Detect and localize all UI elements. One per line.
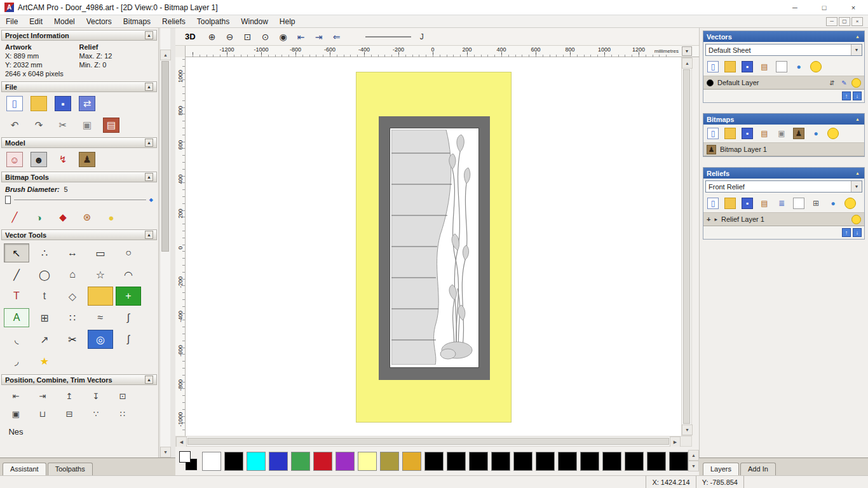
delete-vector-layer-icon[interactable]: ● [793, 61, 804, 72]
create-ellipse-tool[interactable]: ◯ [32, 265, 57, 284]
dropdown-arrow-icon[interactable]: ▼ [851, 181, 862, 192]
delete-bitmap-layer-icon[interactable]: ● [810, 128, 822, 139]
import-vectors-icon[interactable]: ▤ [759, 61, 770, 72]
align-right-icon[interactable]: ⇥ [31, 388, 55, 403]
layer-color-swatch[interactable] [707, 79, 714, 86]
slider-track[interactable] [14, 200, 146, 200]
colour-set-icon[interactable]: ● [103, 210, 119, 225]
collapse-section-icon[interactable]: ▲ [145, 376, 153, 384]
delete-relief-layer-icon[interactable]: ● [827, 198, 839, 209]
tab-assistant[interactable]: Assistant [3, 463, 46, 475]
copy-icon[interactable]: ▣ [79, 118, 95, 133]
paste-along-curve-icon[interactable]: ∵ [84, 406, 108, 421]
fit-arcs-tool[interactable]: ≈ [88, 308, 113, 327]
palette-swatch[interactable] [580, 452, 599, 471]
new-sheet-icon[interactable] [776, 61, 787, 72]
new-vector-layer-icon[interactable]: ▯ [707, 61, 719, 72]
select-vectors-tool[interactable]: ↖ [4, 243, 29, 262]
align-left-icon[interactable]: ⇤ [4, 388, 28, 403]
collapse-section-icon[interactable]: ▲ [145, 173, 153, 181]
brush-diameter-slider[interactable]: ◆ [0, 194, 158, 207]
move-relief-down-icon[interactable]: ↓ [853, 228, 862, 237]
palette-swatch[interactable] [536, 452, 555, 471]
center-in-page-icon[interactable]: ▣ [4, 406, 28, 421]
collapse-panel-icon[interactable]: ▲ [854, 117, 861, 121]
copy-relief-icon[interactable] [793, 198, 804, 209]
palette-swatch[interactable] [424, 452, 444, 471]
sheet-select[interactable]: Default Sheet ▼ [705, 44, 862, 56]
text-abc-tool[interactable]: A [4, 308, 29, 327]
collapse-section-icon[interactable]: ▲ [145, 83, 153, 91]
palette-swatch[interactable] [291, 452, 310, 471]
palette-swatch[interactable] [669, 452, 688, 471]
palette-swatch[interactable] [469, 452, 488, 471]
cut-icon[interactable]: ✂ [55, 118, 71, 133]
weld-vectors-icon[interactable]: ⊔ [31, 406, 55, 421]
menu-edit[interactable]: Edit [24, 16, 48, 27]
redo-icon[interactable]: ↷ [31, 118, 47, 133]
align-center-icon[interactable]: ⊡ [111, 388, 135, 403]
scroll-down-icon[interactable]: ▼ [688, 461, 699, 471]
edit-layer-icon[interactable]: ✎ [839, 78, 849, 88]
fillet-arcs-tool[interactable]: ◞ [4, 351, 29, 370]
canvas-horizontal-scrollbar[interactable]: ◀ ▶ [175, 436, 692, 447]
export-model-icon[interactable]: ⇄ [79, 96, 95, 111]
new-bitmap-layer-icon[interactable]: ▯ [707, 128, 719, 139]
previous-view-icon[interactable]: ⇤ [294, 30, 308, 44]
copy-bitmap-icon[interactable]: ▣ [776, 128, 787, 139]
menu-vectors[interactable]: Vectors [81, 16, 118, 27]
curve-style-icon[interactable]: J [420, 32, 424, 41]
new-model-icon[interactable]: ▯ [6, 96, 23, 111]
snap-back-icon[interactable]: ⇐ [330, 30, 344, 44]
paste-icon[interactable]: ▤ [103, 118, 119, 133]
palette-swatch[interactable] [380, 452, 399, 471]
menu-reliefs[interactable]: Reliefs [156, 16, 191, 27]
zoom-window-icon[interactable]: ⊡ [241, 30, 255, 44]
arc-segment-tool[interactable]: ◟ [4, 330, 29, 349]
palette-swatch[interactable] [647, 452, 666, 471]
relief-stack-icon[interactable]: ≣ [776, 198, 787, 209]
tab-add-in[interactable]: Add In [740, 463, 776, 475]
create-polyline-tool[interactable]: ╱ [4, 265, 29, 284]
collapse-panel-icon[interactable]: ▲ [854, 34, 861, 39]
colour-palette-icon[interactable]: ⊛ [79, 210, 95, 225]
relief-preview-icon[interactable]: ☺ [6, 152, 23, 167]
zoom-objects-icon[interactable]: ⊙ [259, 30, 273, 44]
palette-swatch[interactable] [513, 452, 532, 471]
align-bottom-icon[interactable]: ↧ [84, 388, 108, 403]
close-button[interactable]: × [839, 0, 868, 15]
free-polyline-tool[interactable]: ʃ [116, 330, 141, 349]
relief-grid-icon[interactable]: ⊞ [810, 198, 822, 209]
block-copy-tool[interactable]: ∷ [60, 308, 85, 327]
nest-vectors-button[interactable]: Nes [4, 424, 28, 439]
slider-thumb[interactable] [5, 196, 11, 204]
toggle-all-reliefs-icon[interactable] [844, 198, 856, 209]
mdi-restore-button[interactable]: ▢ [839, 17, 850, 26]
assistant-scrollbar[interactable]: ▲ ▼ [159, 28, 170, 458]
save-vectors-icon[interactable]: ▪ [742, 61, 753, 72]
create-polygon-tool[interactable]: ⌂ [60, 265, 85, 284]
palette-swatch[interactable] [491, 452, 510, 471]
relief-layer-row[interactable]: + ▸ Relief Layer 1 [703, 212, 864, 226]
measure-tool[interactable] [88, 287, 113, 306]
palette-swatch[interactable] [202, 452, 221, 471]
palette-scrollbar[interactable]: ▲ ▼ [688, 450, 699, 473]
scroll-up-icon[interactable]: ▲ [682, 58, 693, 69]
trim-vectors-tool[interactable]: ✂ [60, 330, 85, 349]
scroll-right-icon[interactable]: ▶ [670, 437, 681, 447]
layer-visibility-icon[interactable] [851, 78, 861, 88]
menu-help[interactable]: Help [274, 16, 301, 27]
menu-window[interactable]: Window [235, 16, 274, 27]
zoom-in-icon[interactable]: ⊕ [205, 30, 219, 44]
save-model-icon[interactable]: ▪ [55, 96, 71, 111]
move-layer-down-icon[interactable]: ↓ [853, 92, 862, 100]
palette-swatch[interactable] [247, 452, 266, 471]
node-editing-tool[interactable]: ∴ [32, 243, 57, 262]
scroll-down-icon[interactable]: ▼ [160, 447, 171, 458]
move-layer-up-icon[interactable]: ↑ [842, 92, 851, 100]
tab-toolpaths[interactable]: Toolpaths [48, 463, 93, 475]
menu-file[interactable]: File [0, 16, 24, 27]
import-relief-icon[interactable]: ▤ [759, 198, 770, 209]
palette-swatch[interactable] [224, 452, 243, 471]
palette-swatch[interactable] [625, 452, 644, 471]
